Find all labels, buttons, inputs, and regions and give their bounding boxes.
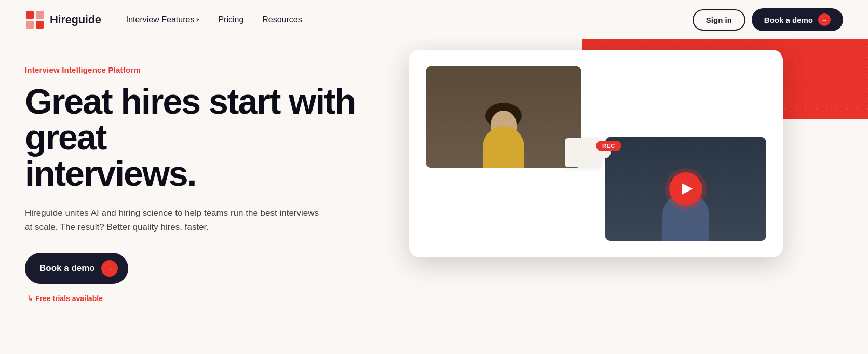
signin-button[interactable]: Sign in [693,9,745,31]
play-button[interactable] [669,172,702,206]
video-card: REC [409,50,783,257]
arrow-icon: → [818,13,831,26]
svg-rect-2 [26,21,34,29]
main-content: Interview Intelligence Platform Great hi… [0,39,868,303]
interviewer-person [426,66,581,168]
svg-rect-1 [36,11,44,19]
hero-section: Interview Intelligence Platform Great hi… [25,60,378,303]
logo[interactable]: Hireguide [25,10,101,30]
header: Hireguide Interview Features ▾ Pricing R… [0,0,868,39]
hero-title: Great hires start with great interviews. [25,84,378,192]
hero-description: Hireguide unites AI and hiring science t… [25,206,326,234]
header-left: Hireguide Interview Features ▾ Pricing R… [25,10,302,30]
chevron-down-icon: ▾ [196,16,199,23]
play-overlay[interactable] [669,172,702,206]
video-section: REC [409,50,793,273]
candidate-video [605,137,766,241]
header-right: Sign in Book a demo → [693,8,843,31]
book-demo-header-button[interactable]: Book a demo → [752,8,843,31]
hero-eyebrow: Interview Intelligence Platform [25,65,378,74]
play-icon [682,183,693,195]
svg-rect-3 [36,21,44,29]
interviewer-video [426,66,581,168]
svg-rect-0 [26,11,34,19]
book-demo-main-button[interactable]: Book a demo → [25,253,128,284]
nav-item-resources[interactable]: Resources [262,15,302,24]
nav-item-pricing[interactable]: Pricing [218,15,243,24]
connector-piece [565,138,601,167]
free-trial-label[interactable]: ↳ Free trials available [25,294,378,303]
arrow-icon: → [101,260,118,277]
nav-item-interview-features[interactable]: Interview Features ▾ [126,15,200,24]
main-nav: Interview Features ▾ Pricing Resources [126,15,302,24]
rec-badge: REC [596,141,621,151]
logo-icon [25,10,45,30]
brand-name: Hireguide [50,13,101,26]
body [483,126,524,168]
